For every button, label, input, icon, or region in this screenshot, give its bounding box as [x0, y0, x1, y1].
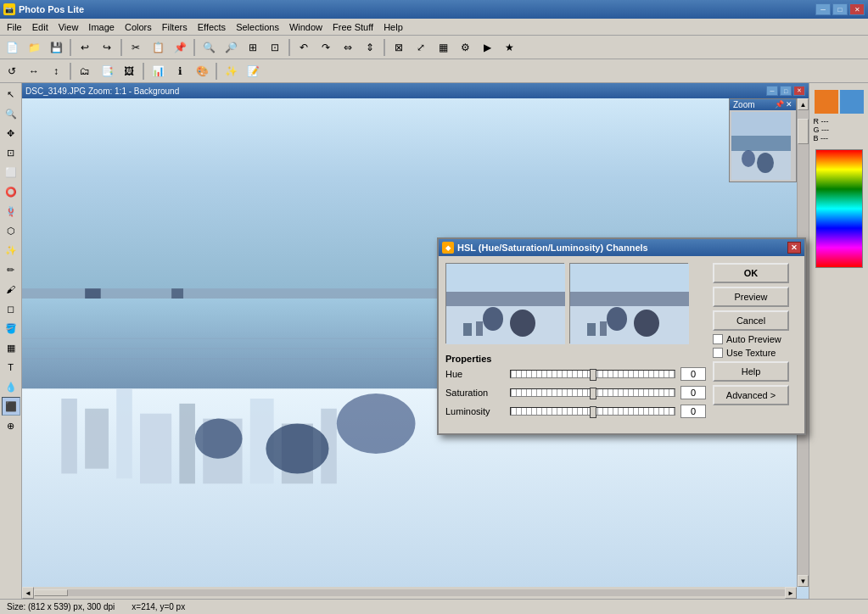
tb-paste[interactable]: 📌: [170, 38, 190, 57]
hsl-close-button[interactable]: ✕: [787, 242, 801, 254]
help-button[interactable]: Help: [713, 361, 789, 382]
tb-rotate-r[interactable]: ↷: [316, 38, 336, 57]
tool-clone[interactable]: ⊕: [2, 416, 20, 435]
tb-resize[interactable]: ⤢: [411, 38, 431, 57]
menu-filters[interactable]: Filters: [157, 20, 193, 34]
hue-slider-thumb[interactable]: [590, 369, 596, 381]
tb-script[interactable]: ⚙: [455, 38, 475, 57]
tb-copy[interactable]: 📋: [148, 38, 168, 57]
scroll-left-btn[interactable]: ◄: [22, 587, 34, 599]
scroll-down-btn[interactable]: ▼: [798, 575, 809, 587]
tool-ellipse-sel[interactable]: ⭕: [2, 182, 20, 201]
color-gradient-picker[interactable]: [815, 149, 863, 268]
menu-edit[interactable]: Edit: [27, 20, 53, 34]
tool-eyedrop[interactable]: 💧: [2, 377, 20, 396]
tool-brush[interactable]: 🖌: [2, 280, 20, 299]
ok-button[interactable]: OK: [713, 263, 789, 283]
scroll-h-thumb[interactable]: [34, 589, 68, 596]
auto-preview-checkbox[interactable]: [713, 334, 723, 344]
tb-redo[interactable]: ↪: [97, 38, 117, 57]
tb2-col[interactable]: 🎨: [192, 62, 212, 81]
menu-image[interactable]: Image: [83, 20, 120, 34]
tool-gradient[interactable]: ▦: [2, 338, 20, 357]
tb2-wand[interactable]: ✨: [221, 62, 241, 81]
tb-open[interactable]: 📁: [24, 38, 44, 57]
hue-slider[interactable]: [510, 370, 675, 378]
tool-fill[interactable]: 🪣: [2, 319, 20, 338]
tb2-btn1[interactable]: ↺: [2, 62, 22, 81]
menu-window[interactable]: Window: [284, 20, 328, 34]
menu-file[interactable]: File: [2, 20, 27, 34]
horizontal-scrollbar[interactable]: ◄ ►: [22, 587, 797, 599]
use-texture-checkbox[interactable]: [713, 348, 723, 358]
tb2-info[interactable]: ℹ: [170, 62, 190, 81]
scroll-right-btn[interactable]: ►: [785, 587, 797, 599]
tb-save[interactable]: 💾: [46, 38, 66, 57]
tb2-hist[interactable]: 📊: [148, 62, 168, 81]
image-close[interactable]: ✕: [793, 86, 805, 96]
menu-view[interactable]: View: [53, 20, 84, 34]
tb-fit[interactable]: ⊞: [243, 38, 263, 57]
tool-eraser[interactable]: ◻: [2, 299, 20, 318]
tb-zoom-in[interactable]: 🔍: [199, 38, 219, 57]
tb-canvas[interactable]: ▦: [433, 38, 453, 57]
zoom-close[interactable]: ✕: [786, 100, 792, 109]
scroll-v-thumb[interactable]: [798, 119, 809, 144]
tool-magic-wand[interactable]: ✨: [2, 241, 20, 260]
tool-rect-sel[interactable]: ⬜: [2, 163, 20, 181]
tb-zoom-out[interactable]: 🔎: [221, 38, 241, 57]
zoom-pin[interactable]: 📌: [775, 100, 784, 109]
tool-pen[interactable]: ✏: [2, 260, 20, 279]
tool-poly-lasso[interactable]: ⬡: [2, 221, 20, 240]
menu-free-stuff[interactable]: Free Stuff: [328, 20, 378, 34]
image-maximize[interactable]: □: [780, 86, 792, 96]
tool-text[interactable]: T: [2, 358, 20, 377]
tb2-layer2[interactable]: 📑: [97, 62, 117, 81]
foreground-color[interactable]: [815, 90, 838, 114]
tb-actual[interactable]: ⊡: [265, 38, 285, 57]
saturation-slider[interactable]: [510, 388, 675, 397]
tb-flip-v[interactable]: ⇕: [360, 38, 380, 57]
tool-crop[interactable]: ⊡: [2, 143, 20, 162]
tb2-layer[interactable]: 🗂: [75, 62, 95, 81]
tb-batch[interactable]: ▶: [477, 38, 497, 57]
tb2-btn3[interactable]: ↕: [46, 62, 66, 81]
cancel-button[interactable]: Cancel: [713, 310, 789, 331]
tb-star[interactable]: ★: [499, 38, 519, 57]
saturation-value[interactable]: [680, 386, 706, 399]
app-title: Photo Pos Lite: [19, 4, 84, 14]
menu-help[interactable]: Help: [378, 20, 408, 34]
tool-lasso[interactable]: 🪢: [2, 202, 20, 220]
scroll-up-btn[interactable]: ▲: [798, 98, 809, 110]
tb-crop[interactable]: ⊠: [389, 38, 409, 57]
tool-pointer[interactable]: ↖: [2, 85, 20, 103]
background-color[interactable]: [840, 90, 864, 114]
advanced-button[interactable]: Advanced >: [713, 385, 789, 405]
close-button[interactable]: ✕: [849, 3, 865, 15]
menu-effects[interactable]: Effects: [193, 20, 231, 34]
sep3: [193, 39, 195, 56]
luminosity-slider[interactable]: [510, 407, 675, 416]
image-minimize[interactable]: ─: [766, 86, 778, 96]
tb2-script2[interactable]: 📝: [243, 62, 263, 81]
tool-move[interactable]: ✥: [2, 124, 20, 142]
saturation-slider-thumb[interactable]: [590, 388, 596, 399]
menu-selections[interactable]: Selections: [231, 20, 284, 34]
tb-rotate-l[interactable]: ↶: [294, 38, 314, 57]
hue-value[interactable]: [680, 367, 706, 381]
tb-new[interactable]: 📄: [2, 38, 22, 57]
tb2-move[interactable]: ↔: [24, 62, 44, 81]
tool-shape[interactable]: ⬛: [2, 397, 20, 416]
menu-colors[interactable]: Colors: [120, 20, 157, 34]
minimize-button[interactable]: ─: [815, 3, 831, 15]
svg-point-17: [195, 419, 243, 459]
tb-cut[interactable]: ✂: [126, 38, 146, 57]
luminosity-value[interactable]: [680, 405, 706, 418]
tb-flip-h[interactable]: ⇔: [338, 38, 358, 57]
tb2-layer3[interactable]: 🖼: [119, 62, 139, 81]
tb-undo[interactable]: ↩: [75, 38, 95, 57]
tool-zoom[interactable]: 🔍: [2, 104, 20, 123]
luminosity-slider-thumb[interactable]: [590, 406, 596, 418]
preview-button[interactable]: Preview: [713, 287, 789, 307]
maximize-button[interactable]: □: [832, 3, 848, 15]
